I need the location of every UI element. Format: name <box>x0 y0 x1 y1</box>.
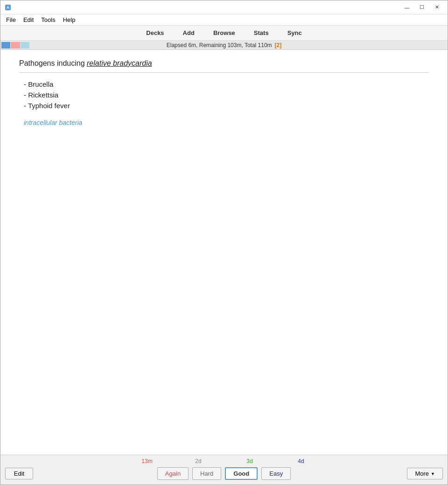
menu-help[interactable]: Help <box>59 15 79 24</box>
list-item: - Rickettsia <box>24 91 429 99</box>
more-button[interactable]: More ▼ <box>407 468 443 479</box>
toolbar-stats[interactable]: Stats <box>249 28 273 38</box>
menu-file[interactable]: File <box>2 15 20 24</box>
again-button[interactable]: Again <box>157 467 189 480</box>
card-divider <box>19 72 429 73</box>
answer-buttons: Again Hard Good Easy <box>157 467 291 480</box>
toolbar-browse[interactable]: Browse <box>209 28 240 38</box>
button-row: Edit Again Hard Good Easy More ▼ <box>0 465 448 485</box>
progress-text: Elapsed 6m, Remaining 103m, Total 110m[2… <box>167 42 282 48</box>
progress-bar-light-blue <box>21 42 29 48</box>
hard-button[interactable]: Hard <box>192 467 221 480</box>
time-row: 13m 2d 3d 4d <box>0 455 448 465</box>
list-item: - Brucella <box>24 80 429 88</box>
progress-bar-blue <box>1 42 10 48</box>
list-item: - Typhoid fever <box>24 102 429 110</box>
time-hard: 2d <box>189 458 208 464</box>
time-good: 3d <box>240 458 259 464</box>
menu-tools[interactable]: Tools <box>37 15 59 24</box>
menu-edit[interactable]: Edit <box>20 15 37 24</box>
dropdown-arrow-icon: ▼ <box>431 471 435 476</box>
bottom-bar: 13m 2d 3d 4d Edit Again Hard Good Easy M… <box>0 455 448 485</box>
svg-text:A: A <box>7 5 10 10</box>
close-button[interactable]: ✕ <box>430 3 444 12</box>
main-window: A — ☐ ✕ File Edit Tools Help Decks Add B… <box>0 0 448 485</box>
progress-bar <box>1 42 29 48</box>
time-again: 13m <box>138 458 156 464</box>
toolbar-add[interactable]: Add <box>178 28 199 38</box>
toolbar-sync[interactable]: Sync <box>283 28 307 38</box>
menu-bar: File Edit Tools Help <box>0 14 448 26</box>
progress-bar-area: Elapsed 6m, Remaining 103m, Total 110m[2… <box>0 41 448 50</box>
time-easy: 4d <box>292 458 310 464</box>
window-controls: — ☐ ✕ <box>400 3 444 12</box>
card-question-term: relative bradycardia <box>87 59 152 67</box>
easy-button[interactable]: Easy <box>261 467 291 480</box>
toolbar-decks[interactable]: Decks <box>141 28 168 38</box>
toolbar: Decks Add Browse Stats Sync <box>0 26 448 41</box>
progress-bar-pink <box>11 42 20 48</box>
card-hint: intracellular bacteria <box>24 119 429 126</box>
card-area: Pathogens inducing relative bradycardia … <box>0 50 448 455</box>
card-list: - Brucella - Rickettsia - Typhoid fever <box>24 80 429 110</box>
title-bar: A — ☐ ✕ <box>0 0 448 14</box>
minimize-button[interactable]: — <box>400 3 414 12</box>
edit-button-area: Edit <box>5 468 33 479</box>
progress-badge: [2] <box>275 42 282 48</box>
good-button[interactable]: Good <box>225 467 258 480</box>
maximize-button[interactable]: ☐ <box>415 3 429 12</box>
more-button-area: More ▼ <box>407 468 443 479</box>
card-question: Pathogens inducing relative bradycardia <box>19 59 429 68</box>
edit-button[interactable]: Edit <box>5 468 33 479</box>
app-icon: A <box>4 4 12 11</box>
